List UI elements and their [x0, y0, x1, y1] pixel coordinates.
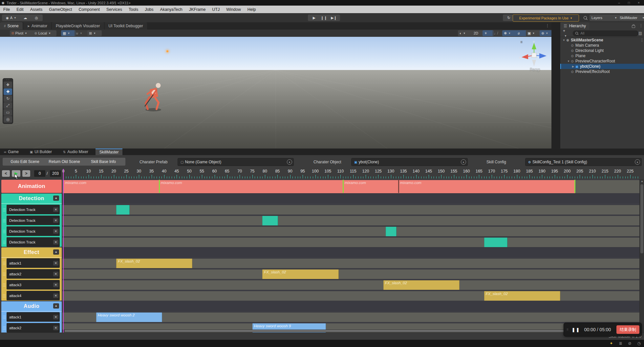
vertical-scroll-thumb[interactable]: [640, 184, 643, 253]
tab-skillmaster[interactable]: SkillMaster: [96, 149, 123, 155]
grid-visibility-dropdown[interactable]: ▦▼: [61, 30, 75, 36]
drag-handle-icon[interactable]: ―――: [3, 261, 6, 265]
menu-item-tools[interactable]: Tools: [125, 6, 141, 13]
timeline-track-row-detection-2[interactable]: [62, 226, 639, 237]
menu-item-file[interactable]: File: [0, 6, 13, 13]
tab-scene[interactable]: #Scene: [0, 22, 23, 30]
timeline-track-row-detection-1[interactable]: [62, 216, 639, 226]
delete-track-button[interactable]: ✕: [53, 229, 58, 234]
timeline-track-row-detection-0[interactable]: [62, 205, 639, 215]
object-picker-icon[interactable]: ●: [635, 159, 640, 165]
delete-track-button[interactable]: ✕: [53, 272, 58, 276]
add-track-button[interactable]: +: [53, 249, 59, 255]
drag-handle-icon[interactable]: ―――: [3, 283, 6, 287]
timeline-track-row-effect-1[interactable]: FX_slash_02: [62, 269, 639, 279]
delete-track-button[interactable]: ✕: [53, 207, 58, 212]
lock-icon[interactable]: [632, 25, 635, 28]
object-picker-icon[interactable]: ●: [287, 159, 292, 165]
drag-handle-icon[interactable]: ⠿: [567, 329, 569, 331]
menu-item-help[interactable]: Help: [244, 6, 259, 13]
scene-lighting-toggle[interactable]: ☀: [483, 30, 494, 36]
pivot-dropdown[interactable]: ⊡ Pivot ▼: [10, 30, 33, 36]
sidebar-track-effect-3[interactable]: ―――attack4✕: [7, 291, 60, 300]
timeline-track-row-effect-3[interactable]: FX_slash_02: [62, 291, 639, 301]
horizontal-scroll-thumb[interactable]: [64, 330, 571, 332]
object-picker-icon[interactable]: ●: [461, 159, 466, 165]
cache-server-icon[interactable]: ≣: [619, 341, 622, 346]
timeline-track-row-animation-0[interactable]: mixamo.commixamo.commixamo.commixamo.com: [62, 180, 639, 194]
timeline-track-row-audio-0[interactable]: Heavy sword woosh 2: [62, 312, 639, 322]
hierarchy-item-plane[interactable]: ⊙Plane: [560, 53, 644, 58]
return-old-scene-button[interactable]: Return Old Scene: [42, 158, 87, 166]
sidebar-track-effect-0[interactable]: ―――attack1✕: [7, 258, 60, 268]
audio-mute-toggle[interactable]: ♩̸: [492, 30, 504, 36]
clip-effect-fx-slash-02[interactable]: FX_slash_02: [116, 259, 192, 268]
drag-handle-icon[interactable]: ―――: [3, 208, 6, 212]
tab-animator[interactable]: ➤Animator: [23, 22, 51, 30]
clip-effect-fx-slash-02[interactable]: FX_slash_02: [484, 291, 560, 301]
refresh-disabled-icon[interactable]: ⊘: [628, 341, 631, 346]
axis-gizmo[interactable]: ≡ y z x: [517, 39, 550, 69]
minimize-button[interactable]: –: [614, 0, 624, 6]
clip-detection[interactable]: [386, 227, 397, 236]
rect-tool[interactable]: ▭: [4, 109, 12, 116]
clip-effect-fx-slash-02[interactable]: FX_slash_02: [383, 280, 460, 290]
drag-handle-icon[interactable]: ―――: [3, 326, 6, 330]
effects-dropdown[interactable]: ❋▼: [502, 30, 517, 36]
charater-object-field[interactable]: ▣ ybot(Clone) ●: [351, 158, 468, 166]
scene-viewport[interactable]: ⠒⠒ ❖ ✚ ↻ ⤢ ▭ ◎ ≡ y z x Persp: [0, 37, 551, 149]
hierarchy-item-previeweffectsroot[interactable]: ⊙PreviewEffectsRoot: [560, 69, 644, 74]
account-button[interactable]: ◉ A ▼: [2, 14, 20, 21]
sidebar-track-detection-0[interactable]: ―――Detection Track✕: [7, 205, 60, 214]
snap-dropdown[interactable]: ⊍▼: [74, 30, 89, 36]
hierarchy-item-ybot-clone-[interactable]: ▶▣ybot(Clone)❯: [560, 64, 644, 69]
skill-base-info-button[interactable]: Skill Base Info: [81, 158, 125, 166]
layers-dropdown[interactable]: Layers ▼: [590, 14, 619, 21]
expander-icon[interactable]: ▼: [562, 39, 566, 42]
drag-handle-icon[interactable]: ―――: [3, 294, 6, 298]
menu-item-gameobject[interactable]: GameObject: [46, 6, 75, 13]
sidebar-track-audio-0[interactable]: ―――attack1✕: [7, 312, 60, 322]
services-button[interactable]: ◎: [30, 14, 43, 21]
clip-audio-heavy-sword-woosh-2[interactable]: Heavy sword woosh 2: [96, 312, 162, 322]
menu-item-edit[interactable]: Edit: [13, 6, 27, 13]
menu-item-services[interactable]: Services: [103, 6, 125, 13]
expander-icon[interactable]: ▼: [567, 60, 570, 63]
maximize-button[interactable]: □: [624, 0, 633, 6]
clip-animation-mixamo-com[interactable]: mixamo.com: [159, 180, 344, 193]
sidebar-track-effect-1[interactable]: ―――attack2✕: [7, 269, 60, 279]
timeline-ruler[interactable]: 0510152025303540455055606570758085909510…: [62, 168, 644, 179]
overlay-grip[interactable]: ⠒⠒: [3, 79, 13, 81]
drag-handle-icon[interactable]: ―――: [3, 315, 6, 319]
sidebar-track-audio-1[interactable]: ―――attack2✕: [7, 323, 60, 333]
current-frame-input[interactable]: 0: [34, 170, 45, 177]
sidebar-track-detection-3[interactable]: ―――Detection Track✕: [7, 237, 60, 247]
recording-pause-icon[interactable]: ❚❚: [572, 327, 580, 332]
tab-ui-builder[interactable]: ▣UI Builder: [26, 149, 56, 155]
drag-handle-icon[interactable]: ―――: [3, 272, 6, 276]
menu-item-jobs[interactable]: Jobs: [141, 6, 157, 13]
hierarchy-search-input[interactable]: [580, 31, 627, 35]
charater-prefab-field[interactable]: ▢ None (Game Object) ●: [178, 158, 294, 166]
scene-visibility-toggle[interactable]: ø: [516, 30, 527, 36]
transform-tool[interactable]: ◎: [4, 116, 12, 123]
skill-config-field[interactable]: ⚙ SkillConfig_Test 1 (Skill Config) ●: [525, 158, 642, 166]
tab-ui-toolkit-debugger[interactable]: UI Toolkit Debugger: [105, 22, 147, 30]
view-hand-tool[interactable]: ❖: [4, 81, 12, 88]
clip-detection[interactable]: [484, 238, 507, 247]
clip-animation-mixamo-com[interactable]: mixamo.com: [398, 180, 575, 193]
horizontal-scrollbar[interactable]: [62, 330, 639, 332]
tab-game[interactable]: ∞Game: [0, 149, 23, 155]
add-object-button[interactable]: + ▼: [563, 29, 570, 38]
persp-label[interactable]: Persp: [530, 67, 540, 72]
hierarchy-item-directional-light[interactable]: ⊙Directional Light: [560, 48, 644, 53]
drag-handle-icon[interactable]: ―――: [3, 219, 6, 222]
clip-animation-mixamo-com[interactable]: mixamo.com: [343, 180, 399, 193]
rotate-tool[interactable]: ↻: [4, 95, 12, 102]
shading-mode-dropdown[interactable]: ◐▼: [458, 30, 473, 36]
scale-tool[interactable]: ⤢: [4, 102, 12, 109]
timeline-track-row-effect-0[interactable]: FX_slash_02: [62, 258, 639, 268]
prev-frame-button[interactable]: <: [2, 170, 10, 177]
menu-item-component[interactable]: Component: [75, 6, 103, 13]
playhead[interactable]: [63, 169, 64, 333]
